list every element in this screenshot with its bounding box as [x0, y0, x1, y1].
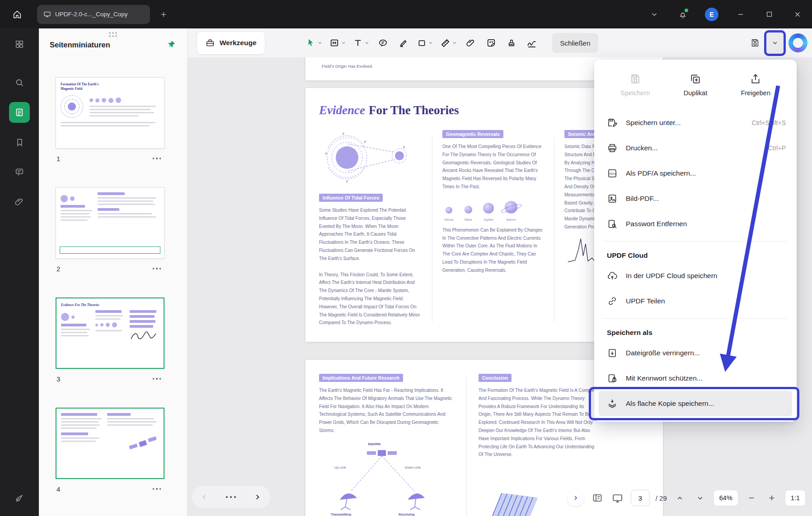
document-tab[interactable]: UPDF-2.0-c..._Copy_Copy	[37, 5, 150, 24]
tools-button[interactable]: Werkzeuge	[197, 31, 265, 55]
cloud-upload-icon	[607, 270, 618, 281]
titlebar-chevron-button[interactable]	[648, 8, 661, 21]
quick-share-button[interactable]: Freigeben	[730, 73, 781, 97]
edit-text-icon	[329, 38, 339, 48]
zoom-out-button[interactable]	[744, 491, 759, 505]
menu-item-reduce-size[interactable]: Dateigröße verringern...	[594, 340, 797, 366]
minimize-button[interactable]	[734, 8, 747, 21]
rail-search-button[interactable]	[9, 72, 30, 93]
magnetic-field-diagram: F F F F F	[319, 130, 418, 185]
sticker-tool-button[interactable]	[483, 33, 500, 53]
page-thumbnails-icon	[14, 107, 24, 117]
add-text-tool-button[interactable]	[351, 33, 371, 53]
menu-item-cloud-save[interactable]: In der UPDF Cloud speichern	[594, 263, 797, 288]
shortcut-label: Ctrl+Shift+S	[752, 119, 786, 126]
save-menu-chevron-button[interactable]	[764, 30, 786, 56]
panel-drag-handle[interactable]	[109, 32, 117, 37]
zoom-level-button[interactable]: 64%	[713, 490, 738, 506]
next-view-button[interactable]	[253, 493, 262, 501]
presentation-button[interactable]	[610, 491, 625, 505]
menu-item-pdfa[interactable]: PDF/A Als PDF/A speichern...	[594, 161, 797, 186]
updf-ai-logo[interactable]	[789, 33, 807, 52]
signature-tool-button[interactable]	[523, 33, 540, 53]
page-layout-button[interactable]	[590, 491, 605, 505]
comment-bubble-icon	[378, 38, 388, 48]
thumbnail-item-2: 2	[56, 187, 164, 279]
paragraph: Some Studies Have Explored The Potential…	[319, 206, 422, 263]
fit-ratio-button[interactable]: 1:1	[785, 490, 806, 506]
rail-attachments-button[interactable]	[9, 191, 30, 212]
menu-item-protect-password[interactable]: Mit Kennwort schützen...	[594, 366, 797, 391]
zoom-in-button[interactable]	[765, 491, 779, 505]
signature-icon	[526, 37, 537, 48]
thumb-more-button[interactable]	[153, 264, 161, 273]
flatten-copy-icon	[607, 398, 618, 409]
satellite-diagram: Satellite Up Link Down Link Transmitting…	[319, 442, 446, 516]
maximize-button[interactable]	[763, 8, 775, 21]
rail-comments-button[interactable]	[9, 162, 30, 182]
highlighter-tool-button[interactable]	[395, 33, 412, 53]
planet-saturn	[505, 201, 517, 214]
highlighter-icon	[399, 38, 408, 48]
rail-apps-button[interactable]	[9, 34, 30, 55]
shape-tool-button[interactable]	[415, 33, 435, 53]
save-as-icon	[607, 117, 618, 128]
thumb-more-button[interactable]	[153, 154, 161, 163]
quick-duplicate-button[interactable]: Duplikat	[670, 73, 721, 97]
page-navigator	[191, 485, 271, 509]
edit-text-tool-button[interactable]	[328, 33, 348, 53]
avatar[interactable]: E	[705, 8, 718, 21]
menu-item-save-flattened-copy[interactable]: Als flache Kopie speichern...	[599, 391, 792, 416]
pdfa-icon: PDF/A	[607, 168, 618, 179]
thumb-more-button[interactable]	[153, 374, 161, 383]
page-thumbnail[interactable]	[56, 408, 164, 479]
menu-item-image-pdf[interactable]: Bild-PDF...	[594, 186, 797, 211]
plus-icon	[160, 10, 168, 19]
rail-thumbnails-button[interactable]	[9, 102, 30, 123]
tool-group	[304, 33, 540, 53]
stamp-icon	[507, 38, 516, 48]
rail-ink-signature-button[interactable]	[9, 488, 30, 508]
notifications-button[interactable]	[676, 8, 689, 21]
prev-view-button[interactable]	[200, 493, 208, 501]
menu-item-remove-password[interactable]: Passwort Entfernen	[594, 211, 797, 237]
pager-more-button[interactable]	[226, 493, 236, 502]
close-editing-button[interactable]: Schließen	[552, 33, 599, 53]
pin-icon[interactable]	[167, 40, 176, 49]
save-button[interactable]	[748, 34, 762, 52]
page-thumbnail-current[interactable]: Evidence For The Theories	[56, 298, 164, 369]
home-button[interactable]	[8, 5, 26, 23]
page-thumbnail[interactable]	[56, 187, 164, 259]
svg-text:F: F	[325, 152, 328, 156]
link-icon	[607, 296, 618, 307]
left-icon-rail	[0, 28, 39, 516]
chevron-right-icon	[253, 493, 262, 501]
thumb-highlight-region	[60, 246, 160, 254]
thumb-more-button[interactable]	[153, 484, 161, 493]
main-toolbar: Werkzeuge	[188, 28, 812, 57]
select-tool-button[interactable]	[304, 33, 324, 53]
quick-save-button[interactable]: Speichern	[610, 73, 661, 97]
page-thumbnail[interactable]: Formation Of The Earth's Magnetic Field	[56, 77, 164, 149]
menu-item-save-as[interactable]: Speichern unter... Ctrl+Shift+S	[594, 110, 797, 135]
new-tab-button[interactable]	[157, 8, 170, 21]
thumbnail-item-4: 4	[56, 408, 164, 499]
menu-item-print[interactable]: Drucken... Ctrl+P	[594, 135, 797, 161]
signature-squiggle	[130, 330, 157, 342]
expand-panel-button[interactable]	[567, 489, 584, 507]
page-number-input[interactable]	[631, 490, 650, 506]
paragraph: The Earth's Magnetic Field Has Far - Rea…	[319, 386, 455, 435]
menu-item-updf-share[interactable]: UPDF Teilen	[594, 288, 797, 314]
stamp-tool-button[interactable]	[503, 33, 520, 53]
rail-bookmarks-button[interactable]	[9, 132, 30, 153]
comment-tool-button[interactable]	[375, 33, 392, 53]
attach-file-tool-button[interactable]	[462, 33, 479, 53]
thumb-page-number: 4	[56, 485, 60, 493]
close-window-button[interactable]	[791, 8, 804, 21]
previous-page-button[interactable]	[673, 491, 687, 505]
measure-tool-button[interactable]	[438, 33, 459, 53]
svg-text:F: F	[364, 140, 366, 144]
next-page-button[interactable]	[693, 491, 708, 505]
paragraph: One Of The Most Compelling Pieces Of Evi…	[442, 143, 544, 191]
minus-icon	[747, 494, 756, 502]
